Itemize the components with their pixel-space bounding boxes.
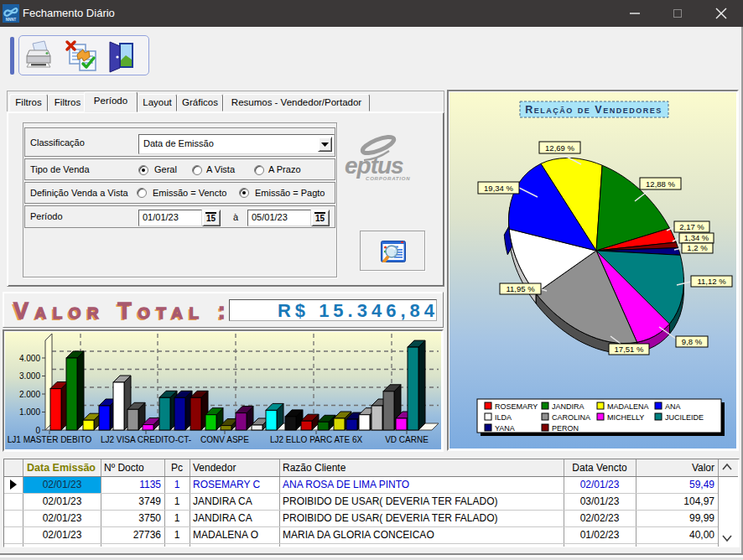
svg-text:Data Vencto: Data Vencto	[572, 462, 627, 474]
svg-text:Razão Cliente: Razão Cliente	[283, 462, 346, 474]
svg-text:JANDIRA CA: JANDIRA CA	[193, 495, 252, 507]
svg-text:JANDIRA CA: JANDIRA CA	[193, 512, 252, 524]
svg-text:1: 1	[174, 495, 180, 507]
svg-text:02/02/23: 02/02/23	[580, 512, 620, 524]
svg-text:ROSEMARY C: ROSEMARY C	[193, 479, 261, 490]
svg-text:01/02/23: 01/02/23	[580, 529, 620, 541]
svg-text:1: 1	[174, 512, 180, 524]
svg-text:Pc: Pc	[171, 462, 183, 474]
svg-text:Data Emissão: Data Emissão	[27, 462, 96, 474]
svg-text:MADALENA O: MADALENA O	[193, 529, 258, 541]
svg-text:Vendedor: Vendedor	[193, 462, 236, 474]
svg-text:Valor: Valor	[692, 462, 714, 474]
svg-text:02/01/23: 02/01/23	[43, 512, 82, 524]
svg-text:1: 1	[174, 529, 180, 541]
svg-text:59,49: 59,49	[689, 479, 714, 490]
svg-text:PROIBIDO DE USAR( DEVERIA TER: PROIBIDO DE USAR( DEVERIA TER FALADO)	[283, 512, 498, 524]
svg-text:02/01/23: 02/01/23	[43, 529, 82, 541]
svg-text:27736: 27736	[133, 529, 162, 541]
svg-text:MARIA DA GLORIA CONCEICAO: MARIA DA GLORIA CONCEICAO	[283, 529, 434, 541]
svg-text:40,00: 40,00	[689, 529, 714, 541]
svg-text:Nº Docto: Nº Docto	[104, 462, 144, 474]
svg-text:99,99: 99,99	[689, 512, 714, 524]
svg-text:02/01/23: 02/01/23	[580, 479, 620, 490]
svg-text:3749: 3749	[138, 495, 161, 507]
svg-text:1: 1	[174, 479, 180, 490]
svg-text:03/01/23: 03/01/23	[580, 495, 620, 507]
svg-text:104,97: 104,97	[683, 495, 714, 507]
svg-text:02/01/23: 02/01/23	[43, 495, 82, 507]
svg-text:1135: 1135	[139, 479, 161, 490]
svg-text:3750: 3750	[138, 512, 161, 524]
svg-text:02/01/23: 02/01/23	[43, 479, 82, 490]
svg-text:PROIBIDO DE USAR( DEVERIA TER: PROIBIDO DE USAR( DEVERIA TER FALADO)	[283, 495, 498, 507]
svg-text:ANA ROSA DE LIMA PINTO: ANA ROSA DE LIMA PINTO	[283, 479, 409, 490]
